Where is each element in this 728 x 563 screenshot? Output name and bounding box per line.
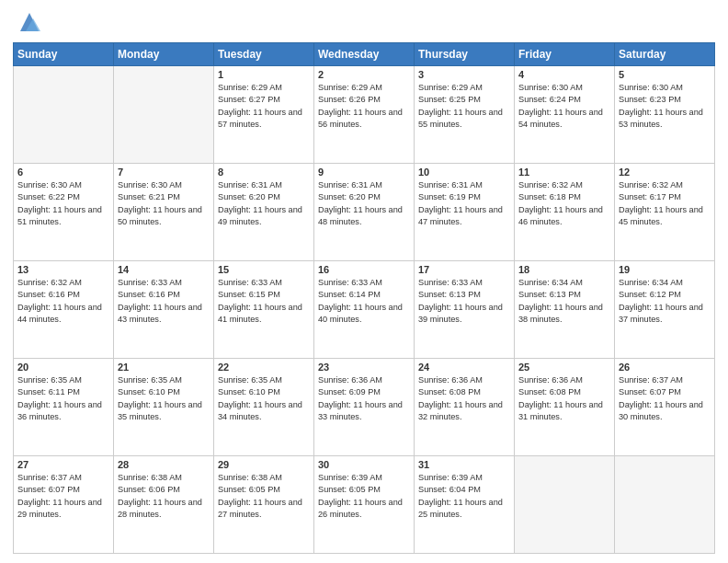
day-info: Sunrise: 6:30 AM Sunset: 6:21 PM Dayligh… — [118, 179, 210, 228]
calendar-cell: 23Sunrise: 6:36 AM Sunset: 6:09 PM Dayli… — [314, 359, 415, 456]
calendar-header: SundayMondayTuesdayWednesdayThursdayFrid… — [14, 43, 715, 66]
calendar-cell: 5Sunrise: 6:30 AM Sunset: 6:23 PM Daylig… — [615, 66, 715, 164]
calendar: SundayMondayTuesdayWednesdayThursdayFrid… — [13, 42, 715, 554]
day-number: 16 — [318, 264, 410, 275]
calendar-cell: 31Sunrise: 6:39 AM Sunset: 6:04 PM Dayli… — [415, 456, 515, 554]
day-number: 11 — [518, 167, 610, 178]
day-info: Sunrise: 6:39 AM Sunset: 6:04 PM Dayligh… — [418, 472, 510, 521]
day-number: 24 — [418, 362, 510, 373]
day-info: Sunrise: 6:35 AM Sunset: 6:10 PM Dayligh… — [118, 374, 210, 423]
day-info: Sunrise: 6:39 AM Sunset: 6:05 PM Dayligh… — [318, 472, 410, 521]
day-number: 1 — [218, 69, 310, 80]
day-number: 17 — [418, 264, 510, 275]
weekday-header-saturday: Saturday — [615, 43, 715, 66]
day-number: 30 — [318, 459, 410, 470]
logo — [13, 9, 42, 35]
day-info: Sunrise: 6:32 AM Sunset: 6:17 PM Dayligh… — [619, 179, 711, 228]
weekday-header-sunday: Sunday — [14, 43, 114, 66]
calendar-cell: 10Sunrise: 6:31 AM Sunset: 6:19 PM Dayli… — [415, 164, 515, 261]
day-info: Sunrise: 6:36 AM Sunset: 6:08 PM Dayligh… — [418, 374, 510, 423]
day-number: 19 — [619, 264, 711, 275]
calendar-cell: 26Sunrise: 6:37 AM Sunset: 6:07 PM Dayli… — [615, 359, 715, 456]
day-info: Sunrise: 6:34 AM Sunset: 6:13 PM Dayligh… — [518, 277, 610, 326]
calendar-cell: 18Sunrise: 6:34 AM Sunset: 6:13 PM Dayli… — [515, 261, 615, 359]
calendar-cell: 30Sunrise: 6:39 AM Sunset: 6:05 PM Dayli… — [314, 456, 415, 554]
calendar-cell: 20Sunrise: 6:35 AM Sunset: 6:11 PM Dayli… — [14, 359, 114, 456]
weekday-header-monday: Monday — [114, 43, 214, 66]
calendar-cell: 19Sunrise: 6:34 AM Sunset: 6:12 PM Dayli… — [615, 261, 715, 359]
calendar-cell: 14Sunrise: 6:33 AM Sunset: 6:16 PM Dayli… — [114, 261, 214, 359]
calendar-cell: 7Sunrise: 6:30 AM Sunset: 6:21 PM Daylig… — [114, 164, 214, 261]
day-info: Sunrise: 6:33 AM Sunset: 6:13 PM Dayligh… — [418, 277, 510, 326]
day-info: Sunrise: 6:35 AM Sunset: 6:10 PM Dayligh… — [218, 374, 310, 423]
calendar-cell: 17Sunrise: 6:33 AM Sunset: 6:13 PM Dayli… — [415, 261, 515, 359]
day-info: Sunrise: 6:33 AM Sunset: 6:16 PM Dayligh… — [118, 277, 210, 326]
calendar-body: 1Sunrise: 6:29 AM Sunset: 6:27 PM Daylig… — [14, 66, 715, 554]
day-info: Sunrise: 6:32 AM Sunset: 6:18 PM Dayligh… — [518, 179, 610, 228]
day-number: 12 — [619, 167, 711, 178]
calendar-cell: 16Sunrise: 6:33 AM Sunset: 6:14 PM Dayli… — [314, 261, 415, 359]
day-info: Sunrise: 6:36 AM Sunset: 6:08 PM Dayligh… — [518, 374, 610, 423]
calendar-cell — [515, 456, 615, 554]
day-info: Sunrise: 6:30 AM Sunset: 6:24 PM Dayligh… — [518, 82, 610, 131]
day-number: 26 — [619, 362, 711, 373]
day-info: Sunrise: 6:38 AM Sunset: 6:05 PM Dayligh… — [218, 472, 310, 521]
calendar-cell: 1Sunrise: 6:29 AM Sunset: 6:27 PM Daylig… — [214, 66, 314, 164]
calendar-cell: 3Sunrise: 6:29 AM Sunset: 6:25 PM Daylig… — [415, 66, 515, 164]
calendar-cell: 22Sunrise: 6:35 AM Sunset: 6:10 PM Dayli… — [214, 359, 314, 456]
day-number: 14 — [118, 264, 210, 275]
day-info: Sunrise: 6:33 AM Sunset: 6:15 PM Dayligh… — [218, 277, 310, 326]
day-info: Sunrise: 6:29 AM Sunset: 6:27 PM Dayligh… — [218, 82, 310, 131]
day-number: 25 — [518, 362, 610, 373]
calendar-cell: 6Sunrise: 6:30 AM Sunset: 6:22 PM Daylig… — [14, 164, 114, 261]
day-info: Sunrise: 6:31 AM Sunset: 6:19 PM Dayligh… — [418, 179, 510, 228]
day-number: 20 — [17, 362, 109, 373]
day-info: Sunrise: 6:29 AM Sunset: 6:26 PM Dayligh… — [318, 82, 410, 131]
calendar-cell — [114, 66, 214, 164]
day-info: Sunrise: 6:31 AM Sunset: 6:20 PM Dayligh… — [218, 179, 310, 228]
calendar-cell: 25Sunrise: 6:36 AM Sunset: 6:08 PM Dayli… — [515, 359, 615, 456]
calendar-cell: 12Sunrise: 6:32 AM Sunset: 6:17 PM Dayli… — [615, 164, 715, 261]
calendar-cell: 9Sunrise: 6:31 AM Sunset: 6:20 PM Daylig… — [314, 164, 415, 261]
weekday-header-wednesday: Wednesday — [314, 43, 415, 66]
day-info: Sunrise: 6:35 AM Sunset: 6:11 PM Dayligh… — [17, 374, 109, 423]
day-number: 28 — [118, 459, 210, 470]
day-number: 27 — [17, 459, 109, 470]
day-number: 22 — [218, 362, 310, 373]
day-number: 5 — [619, 69, 711, 80]
calendar-cell: 24Sunrise: 6:36 AM Sunset: 6:08 PM Dayli… — [415, 359, 515, 456]
calendar-cell: 29Sunrise: 6:38 AM Sunset: 6:05 PM Dayli… — [214, 456, 314, 554]
day-info: Sunrise: 6:32 AM Sunset: 6:16 PM Dayligh… — [17, 277, 109, 326]
calendar-cell: 28Sunrise: 6:38 AM Sunset: 6:06 PM Dayli… — [114, 456, 214, 554]
day-number: 10 — [418, 167, 510, 178]
day-number: 21 — [118, 362, 210, 373]
day-number: 9 — [318, 167, 410, 178]
calendar-cell: 8Sunrise: 6:31 AM Sunset: 6:20 PM Daylig… — [214, 164, 314, 261]
page-container: SundayMondayTuesdayWednesdayThursdayFrid… — [0, 0, 728, 563]
weekday-header-thursday: Thursday — [415, 43, 515, 66]
day-number: 29 — [218, 459, 310, 470]
weekday-header-tuesday: Tuesday — [214, 43, 314, 66]
calendar-cell — [615, 456, 715, 554]
day-info: Sunrise: 6:38 AM Sunset: 6:06 PM Dayligh… — [118, 472, 210, 521]
day-info: Sunrise: 6:33 AM Sunset: 6:14 PM Dayligh… — [318, 277, 410, 326]
day-number: 13 — [17, 264, 109, 275]
week-row-5: 27Sunrise: 6:37 AM Sunset: 6:07 PM Dayli… — [14, 456, 715, 554]
calendar-cell: 11Sunrise: 6:32 AM Sunset: 6:18 PM Dayli… — [515, 164, 615, 261]
day-info: Sunrise: 6:34 AM Sunset: 6:12 PM Dayligh… — [619, 277, 711, 326]
day-number: 4 — [518, 69, 610, 80]
calendar-cell: 21Sunrise: 6:35 AM Sunset: 6:10 PM Dayli… — [114, 359, 214, 456]
day-info: Sunrise: 6:30 AM Sunset: 6:22 PM Dayligh… — [17, 179, 109, 228]
day-number: 18 — [518, 264, 610, 275]
weekday-header-friday: Friday — [515, 43, 615, 66]
day-info: Sunrise: 6:29 AM Sunset: 6:25 PM Dayligh… — [418, 82, 510, 131]
calendar-cell: 2Sunrise: 6:29 AM Sunset: 6:26 PM Daylig… — [314, 66, 415, 164]
week-row-4: 20Sunrise: 6:35 AM Sunset: 6:11 PM Dayli… — [14, 359, 715, 456]
day-info: Sunrise: 6:36 AM Sunset: 6:09 PM Dayligh… — [318, 374, 410, 423]
day-number: 23 — [318, 362, 410, 373]
logo-icon — [17, 9, 42, 35]
day-info: Sunrise: 6:30 AM Sunset: 6:23 PM Dayligh… — [619, 82, 711, 131]
day-number: 2 — [318, 69, 410, 80]
day-info: Sunrise: 6:37 AM Sunset: 6:07 PM Dayligh… — [619, 374, 711, 423]
day-number: 7 — [118, 167, 210, 178]
